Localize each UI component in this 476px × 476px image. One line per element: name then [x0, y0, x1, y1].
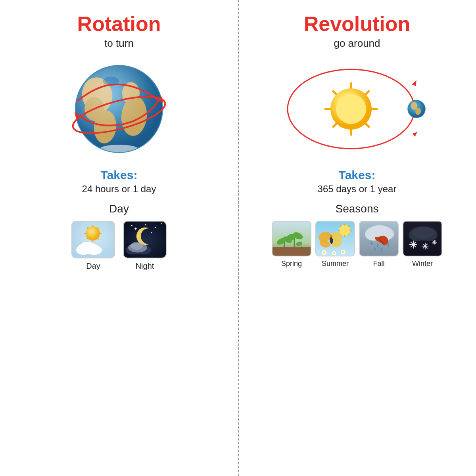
svg-point-94 [369, 225, 391, 238]
svg-point-29 [131, 225, 132, 226]
orbit-container [282, 57, 432, 161]
globe-container [67, 57, 171, 161]
rotation-title: Rotation [77, 12, 161, 36]
winter-label: Winter [412, 260, 433, 268]
left-panel: Rotation to turn [0, 0, 238, 476]
svg-point-27 [80, 242, 94, 251]
svg-point-30 [145, 224, 146, 226]
svg-point-32 [161, 223, 162, 224]
fall-item: Fall [359, 221, 399, 268]
svg-marker-44 [413, 132, 417, 137]
svg-rect-60 [273, 247, 311, 256]
revolution-subtitle: go around [334, 37, 380, 50]
summer-item: Summer [315, 221, 355, 268]
svg-point-85 [323, 251, 325, 254]
day-night-row: Day [71, 221, 167, 271]
main-container: Rotation to turn [0, 0, 476, 476]
spring-item: Spring [272, 221, 311, 268]
earth-globe-svg [67, 57, 171, 161]
rotation-takes-label: Takes: [101, 168, 138, 182]
rotation-subtitle: to turn [104, 37, 134, 50]
seasons-heading: Seasons [336, 203, 379, 215]
svg-point-99 [374, 247, 376, 251]
orbit-svg [282, 57, 432, 161]
svg-point-87 [333, 252, 335, 254]
summer-label: Summer [322, 260, 349, 268]
seasons-row: Spring [272, 221, 442, 268]
svg-point-98 [388, 243, 389, 247]
svg-marker-43 [412, 80, 416, 86]
spring-icon [272, 221, 311, 256]
day-icon [71, 221, 115, 258]
svg-point-8 [75, 65, 163, 153]
svg-point-31 [155, 227, 156, 228]
svg-point-95 [371, 241, 372, 245]
day-label: Day [86, 262, 100, 271]
fall-icon [359, 221, 399, 256]
day-item: Day [71, 221, 115, 271]
spring-label: Spring [281, 260, 302, 268]
fall-label: Fall [373, 260, 384, 268]
svg-point-54 [336, 94, 366, 124]
rotation-takes-value: 24 hours or 1 day [82, 184, 156, 195]
svg-point-89 [342, 251, 344, 253]
revolution-title: Revolution [304, 12, 411, 36]
night-item: Night [123, 221, 167, 271]
summer-icon [315, 221, 355, 256]
revolution-takes-label: Takes: [339, 168, 376, 182]
svg-point-106 [412, 227, 434, 239]
night-label: Night [136, 262, 154, 271]
svg-point-41 [131, 242, 143, 250]
svg-point-96 [377, 243, 378, 247]
svg-point-34 [151, 232, 152, 233]
winter-icon [403, 221, 442, 256]
svg-point-100 [381, 248, 382, 252]
day-night-heading: Day [109, 203, 129, 215]
night-icon [123, 221, 167, 258]
right-panel: Revolution go around [238, 0, 476, 476]
revolution-takes-value: 365 days or 1 year [318, 184, 397, 195]
winter-item: Winter [403, 221, 442, 268]
